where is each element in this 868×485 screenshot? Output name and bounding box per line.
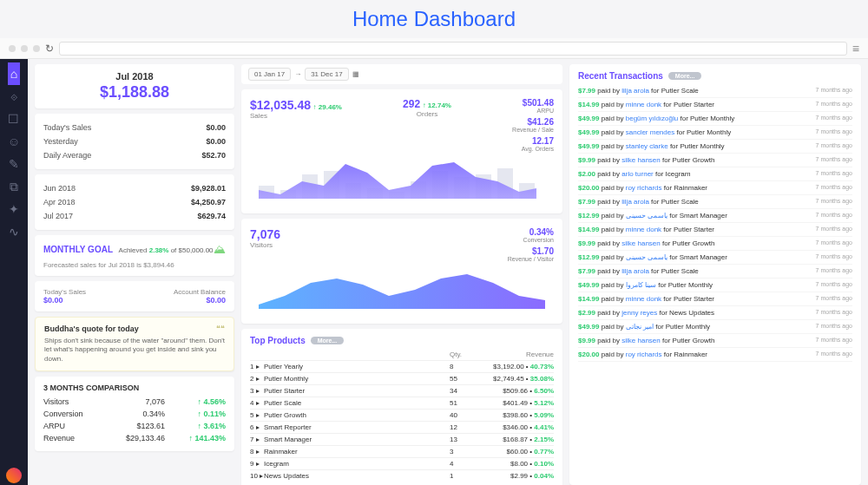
transaction-row[interactable]: $12.99 paid by یاسمی حسینی for Smart Man… xyxy=(578,251,852,265)
transaction-row[interactable]: $49.99 paid by sancler mendes for Putler… xyxy=(578,126,852,140)
sidebar-item-analytics-icon[interactable]: ∿ xyxy=(8,220,20,243)
sidebar-item-products-icon[interactable]: ☐ xyxy=(8,108,20,130)
hiker-icon: ⛰ xyxy=(214,242,226,256)
trans-user: sancler mendes xyxy=(626,128,674,136)
product-row[interactable]: 6 ▸Smart Reporter12$346.00 • 4.41% xyxy=(250,421,554,433)
sidebar-item-customers-icon[interactable]: ☺ xyxy=(8,130,20,153)
orders-value: 292 xyxy=(403,98,420,110)
transaction-row[interactable]: $49.99 paid by سینا کامروا for Putler Mo… xyxy=(578,279,852,292)
product-row[interactable]: 4 ▸Putler Scale51$401.49 • 5.12% xyxy=(250,397,554,409)
trans-user: یاسمی حسینی xyxy=(626,212,667,220)
product-pct: 40.73% xyxy=(530,363,554,370)
product-row[interactable]: 9 ▸Icegram4$8.00 • 0.10% xyxy=(250,457,554,469)
paid-by-label: paid by xyxy=(597,309,620,317)
sidebar-item-reports-icon[interactable]: ⧉ xyxy=(8,175,20,198)
trans-user: lilja arola xyxy=(621,267,649,275)
transaction-row[interactable]: $7.99 paid by lilja arola for Putler Sca… xyxy=(578,195,852,209)
trans-time: 7 months ago xyxy=(816,170,852,178)
trans-user: minne donk xyxy=(626,295,661,303)
goal-of: of xyxy=(171,246,177,254)
trans-amount: $14.99 xyxy=(578,101,599,108)
for-label: for xyxy=(659,309,667,317)
product-qty: 3 xyxy=(450,448,484,456)
address-bar[interactable] xyxy=(59,42,847,56)
sidebar-item-sales-icon[interactable]: ⟐ xyxy=(8,85,20,108)
transaction-row[interactable]: $2.99 paid by jenny reyes for News Updat… xyxy=(578,306,852,320)
for-label: for xyxy=(663,295,671,303)
trans-amount: $49.99 xyxy=(578,142,599,150)
paid-by-label: paid by xyxy=(597,170,620,178)
trans-product: Rainmaker xyxy=(674,351,707,358)
product-name: Putler Scale xyxy=(264,399,450,407)
menu-icon[interactable]: ≡ xyxy=(852,42,859,56)
window-dot-2 xyxy=(21,45,28,52)
trans-user: silke hansen xyxy=(621,156,660,164)
trans-time: 7 months ago xyxy=(816,323,852,331)
transaction-row[interactable]: $9.99 paid by silke hansen for Putler Gr… xyxy=(578,237,852,251)
avatar[interactable] xyxy=(6,468,22,483)
product-row[interactable]: 3 ▸Putler Starter34$509.66 • 6.50% xyxy=(250,384,554,397)
trans-time: 7 months ago xyxy=(816,337,852,344)
transaction-row[interactable]: $9.99 paid by silke hansen for Putler Gr… xyxy=(578,154,852,167)
date-range-picker[interactable]: 01 Jan 17 → 31 Dec 17 ▦ xyxy=(241,64,562,84)
paid-by-label: paid by xyxy=(602,115,624,122)
paid-by-label: paid by xyxy=(602,281,624,289)
paid-by-label: paid by xyxy=(602,101,624,108)
trans-amount: $9.99 xyxy=(578,239,595,247)
trans-time: 7 months ago xyxy=(816,351,852,358)
transaction-row[interactable]: $7.99 paid by lilja arola for Putler Sca… xyxy=(578,265,852,279)
transaction-row[interactable]: $14.99 paid by minne donk for Putler Sta… xyxy=(578,292,852,306)
product-name: Putler Monthly xyxy=(264,375,450,383)
trans-amount: $9.99 xyxy=(578,156,595,164)
product-row[interactable]: 2 ▸Putler Monthly55$2,749.45 • 35.08% xyxy=(250,372,554,384)
for-label: for xyxy=(662,156,670,164)
trans-product: Smart Manager xyxy=(680,253,727,261)
transactions-more[interactable]: More... xyxy=(668,72,702,80)
product-row[interactable]: 1 ▸Putler Yearly8$3,192.00 • 40.73% xyxy=(250,360,554,372)
goal-percent: 2.38% xyxy=(149,246,169,254)
trans-amount: $20.00 xyxy=(578,184,599,192)
product-pct: 6.50% xyxy=(534,387,554,395)
paid-by-label: paid by xyxy=(597,156,620,164)
yesterday-value: $0.00 xyxy=(206,137,226,146)
product-row[interactable]: 10 ▸News Updates1$2.99 • 0.04% xyxy=(250,469,554,482)
comp-delta: ↑ 141.43% xyxy=(165,434,226,442)
sidebar-item-orders-icon[interactable]: ✎ xyxy=(8,153,20,175)
transaction-row[interactable]: $7.99 paid by lilja arola for Putler Sca… xyxy=(578,84,852,98)
product-row[interactable]: 8 ▸Rainmaker3$60.00 • 0.77% xyxy=(250,445,554,457)
top-products-more[interactable]: More... xyxy=(311,337,345,344)
trans-user: lilja arola xyxy=(621,198,649,206)
product-name: Smart Reporter xyxy=(264,423,450,431)
product-row[interactable]: 5 ▸Putler Growth40$398.60 • 5.09% xyxy=(250,409,554,421)
product-row[interactable]: 7 ▸Smart Manager13$168.87 • 2.15% xyxy=(250,433,554,445)
sidebar-item-forecast-icon[interactable]: ✦ xyxy=(8,198,20,220)
window-dot-3 xyxy=(33,45,40,52)
transaction-row[interactable]: $14.99 paid by minne donk for Putler Sta… xyxy=(578,98,852,112)
comp-label: Visitors xyxy=(43,397,104,406)
transaction-row[interactable]: $12.99 paid by یاسمی حسینی for Smart Man… xyxy=(578,209,852,223)
transaction-row[interactable]: $9.99 paid by silke hansen for Putler Gr… xyxy=(578,334,852,348)
comparison-card: 3 MONTHS COMPARISON Visitors7,076↑ 4.56%… xyxy=(35,377,234,451)
transaction-row[interactable]: $49.99 paid by begüm yıldızoğlu for Putl… xyxy=(578,112,852,126)
transaction-row[interactable]: $14.99 paid by minne donk for Putler Sta… xyxy=(578,223,852,237)
product-qty: 40 xyxy=(450,411,484,419)
paid-by-label: paid by xyxy=(602,212,624,220)
date-to[interactable]: 31 Dec 17 xyxy=(305,68,348,81)
date-from[interactable]: 01 Jan 17 xyxy=(248,68,291,81)
transaction-row[interactable]: $2.00 paid by arlo turner for Icegram7 m… xyxy=(578,167,852,181)
product-revenue: $60.00 xyxy=(507,448,528,456)
reload-icon[interactable]: ↻ xyxy=(45,43,54,55)
transaction-row[interactable]: $49.99 paid by امیر نجاتی for Putler Mon… xyxy=(578,320,852,334)
paid-by-label: paid by xyxy=(597,87,620,95)
window-dot-1 xyxy=(9,45,16,52)
sales-label: Sales xyxy=(250,112,342,120)
transaction-row[interactable]: $20.00 paid by roy richards for Rainmake… xyxy=(578,348,852,362)
paid-by-label: paid by xyxy=(602,351,624,358)
transaction-row[interactable]: $20.00 paid by roy richards for Rainmake… xyxy=(578,181,852,195)
sidebar-item-home-icon[interactable]: ⌂ xyxy=(8,62,20,85)
trans-product: Putler Growth xyxy=(673,239,715,247)
product-name: Rainmaker xyxy=(264,448,450,456)
trans-amount: $49.99 xyxy=(578,115,599,122)
calendar-icon[interactable]: ▦ xyxy=(352,70,359,78)
transaction-row[interactable]: $49.99 paid by stanley clarke for Putler… xyxy=(578,140,852,154)
